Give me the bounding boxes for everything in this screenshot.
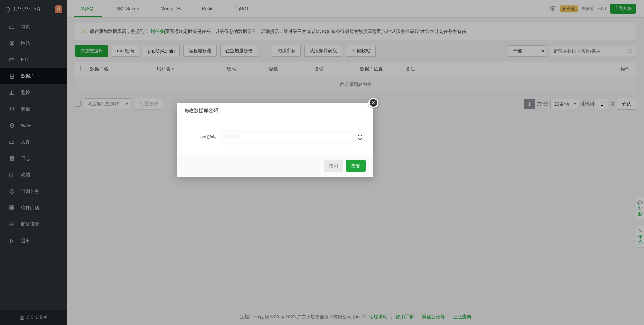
modal-title: 修改数据库密码 xyxy=(177,103,373,119)
close-icon: ✕ xyxy=(371,100,375,106)
regenerate-password-button[interactable] xyxy=(357,134,363,140)
change-password-modal: ✕ 修改数据库密码 root密码 关闭 提交 xyxy=(177,103,373,177)
root-password-input[interactable] xyxy=(221,131,352,143)
modal-body: root密码 xyxy=(177,119,373,155)
root-password-label: root密码 xyxy=(188,134,216,140)
modal-submit-button[interactable]: 提交 xyxy=(346,160,366,172)
modal-footer: 关闭 提交 xyxy=(177,155,373,177)
modal-close-button-2[interactable]: 关闭 xyxy=(324,160,343,172)
modal-close-button[interactable]: ✕ xyxy=(368,98,378,108)
